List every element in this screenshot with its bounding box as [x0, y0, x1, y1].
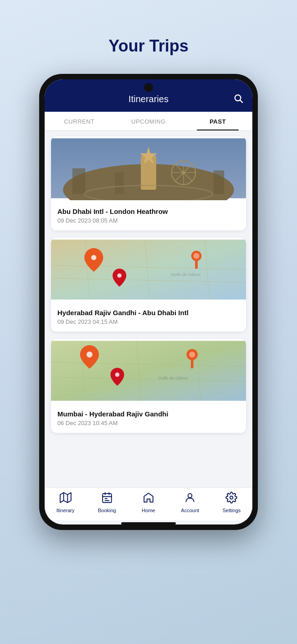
tabs-bar: CURRENT UPCOMING PAST — [45, 112, 252, 131]
card-info-3: Mumbai - Hyderabad Rajiv Gandhi 06 Dec 2… — [51, 405, 246, 433]
phone-screen: Itineraries CURRENT UPCOMING PAST — [45, 79, 252, 525]
nav-account[interactable]: Account — [169, 492, 211, 513]
home-indicator — [121, 522, 176, 525]
card-info-1: Abu Dhabi Intl - London Heathrow 09 Dec … — [51, 202, 246, 230]
nav-itinerary[interactable]: Itinerary — [45, 492, 86, 513]
nav-booking[interactable]: Booking — [86, 492, 128, 513]
trip-image-3: Golfe de Gênes — [51, 339, 246, 403]
trip-card-1[interactable]: Abu Dhabi Intl - London Heathrow 09 Dec … — [51, 136, 246, 230]
nav-home[interactable]: Home — [128, 492, 169, 513]
nav-settings[interactable]: Settings — [211, 492, 252, 513]
svg-text:Golfe de Gênes: Golfe de Gênes — [158, 376, 188, 380]
nav-booking-label: Booking — [98, 508, 116, 513]
trip-image-2: Golfe de Gênes — [51, 238, 246, 301]
svg-line-1 — [240, 100, 242, 102]
svg-marker-43 — [60, 493, 71, 503]
card-route-2: Hyderabad Rajiv Gandhi - Abu Dhabi Intl — [57, 309, 240, 317]
settings-icon — [225, 492, 237, 506]
card-datetime-3: 06 Dec 2023 10:45 AM — [57, 420, 240, 426]
phone-frame: Itineraries CURRENT UPCOMING PAST — [39, 74, 258, 530]
header-title: Itineraries — [128, 94, 169, 104]
svg-point-52 — [188, 493, 192, 498]
nav-account-label: Account — [181, 508, 199, 513]
content-area: Abu Dhabi Intl - London Heathrow 09 Dec … — [45, 131, 252, 488]
svg-rect-30 — [51, 341, 246, 400]
svg-point-29 — [194, 253, 200, 259]
card-info-2: Hyderabad Rajiv Gandhi - Abu Dhabi Intl … — [51, 303, 246, 332]
tab-upcoming[interactable]: UPCOMING — [114, 112, 183, 130]
card-datetime-2: 09 Dec 2023 04:15 AM — [57, 318, 240, 325]
nav-itinerary-label: Itinerary — [56, 508, 75, 513]
svg-point-42 — [189, 352, 195, 358]
svg-text:Golfe de Gênes: Golfe de Gênes — [171, 272, 201, 277]
nav-home-label: Home — [142, 508, 155, 513]
card-datetime-1: 09 Dec 2023 08:05 AM — [57, 217, 240, 224]
svg-point-26 — [117, 273, 121, 277]
card-route-3: Mumbai - Hyderabad Rajiv Gandhi — [57, 410, 240, 418]
svg-rect-14 — [115, 172, 124, 194]
nav-settings-label: Settings — [223, 508, 241, 513]
card-route-1: Abu Dhabi Intl - London Heathrow — [57, 208, 240, 215]
bottom-nav: Itinerary Booking — [45, 488, 252, 520]
booking-icon — [101, 492, 113, 506]
home-icon — [143, 492, 154, 506]
tab-current[interactable]: CURRENT — [45, 112, 114, 130]
svg-rect-4 — [141, 156, 156, 190]
map-icon — [60, 492, 72, 506]
svg-point-53 — [230, 496, 233, 499]
svg-point-39 — [115, 373, 119, 377]
search-icon[interactable] — [233, 93, 243, 105]
trip-card-2[interactable]: Golfe de Gênes Hyderabad Rajiv Gandhi - — [51, 238, 246, 332]
trip-card-3[interactable]: Golfe de Gênes Mumbai - Hyderabad Rajiv … — [51, 339, 246, 433]
svg-point-37 — [87, 352, 92, 358]
svg-rect-12 — [72, 168, 85, 194]
svg-rect-46 — [102, 493, 112, 503]
account-icon — [184, 492, 196, 506]
svg-rect-13 — [214, 171, 224, 194]
svg-point-24 — [91, 255, 96, 260]
phone-notch — [144, 83, 153, 92]
trip-image-1 — [51, 136, 246, 200]
tab-past[interactable]: PAST — [183, 112, 252, 130]
page-title: Your Trips — [108, 36, 188, 56]
